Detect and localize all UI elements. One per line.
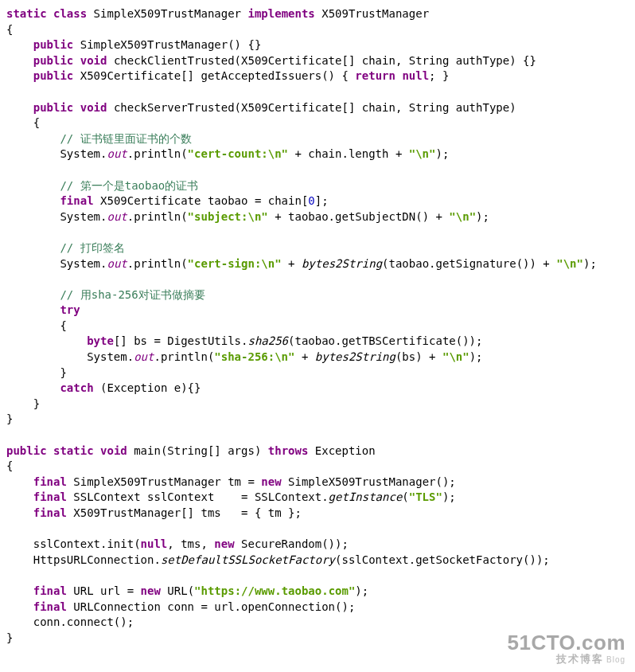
kw-final: final bbox=[60, 194, 93, 207]
kw-static: static bbox=[53, 444, 94, 457]
catch-sig: (Exception e){} bbox=[100, 381, 201, 394]
method-name: getAcceptedIssuers() bbox=[201, 69, 335, 82]
stmt-mid: .println( bbox=[154, 350, 214, 363]
string: "subject:\n" bbox=[188, 210, 268, 223]
concat: + taobao.getSubjectDN() + bbox=[268, 210, 450, 223]
string: "TLS" bbox=[409, 490, 442, 503]
method-sig: checkServerTrusted(X509Certificate[] cha… bbox=[114, 101, 516, 114]
mid: , tms, bbox=[167, 537, 214, 550]
comment: // 打印签名 bbox=[60, 241, 124, 254]
kw-new: new bbox=[261, 475, 281, 488]
kw-catch: catch bbox=[60, 381, 93, 394]
comment: // 用sha-256对证书做摘要 bbox=[60, 288, 205, 301]
kw-final: final bbox=[33, 584, 67, 597]
string: "\n" bbox=[409, 147, 436, 160]
kw-public: public bbox=[33, 54, 74, 67]
static-out: out bbox=[107, 257, 127, 270]
arg: (taobao.getSignature()) + bbox=[382, 257, 556, 270]
string: "cert-count:\n" bbox=[188, 147, 288, 160]
comment: // 证书链里面证书的个数 bbox=[60, 132, 191, 145]
tail: ); bbox=[583, 257, 597, 270]
kw-null: null bbox=[402, 69, 429, 82]
string: "sha-256:\n" bbox=[214, 350, 294, 363]
decl: X509Certificate taobao = chain[ bbox=[100, 194, 308, 207]
kw-public: public bbox=[6, 444, 47, 457]
concat: + bbox=[282, 257, 302, 270]
kw-return: return bbox=[355, 69, 395, 82]
tail: ); bbox=[435, 147, 449, 160]
cls: URL( bbox=[167, 584, 194, 597]
kw-byte: byte bbox=[87, 334, 114, 347]
stmt-head: HttpsURLConnection. bbox=[33, 553, 161, 566]
decl: URL url = bbox=[73, 584, 140, 597]
class-name: SimpleX509TrustManager bbox=[94, 7, 241, 20]
static-out: out bbox=[107, 147, 127, 160]
interface-name: X509TrustManager bbox=[321, 7, 429, 20]
stmt-mid: .println( bbox=[127, 147, 188, 160]
kw-void: void bbox=[80, 101, 107, 114]
string: "\n" bbox=[442, 350, 469, 363]
stmt-head: System. bbox=[87, 350, 134, 363]
arg: (taobao.getTBSCertificate()); bbox=[288, 334, 482, 347]
kw-void: void bbox=[100, 444, 127, 457]
string: "\n" bbox=[449, 210, 476, 223]
concat: + bbox=[294, 350, 314, 363]
main-sig: main(String[] args) bbox=[134, 444, 261, 457]
stmt-mid: .println( bbox=[127, 210, 188, 223]
static-out: out bbox=[134, 350, 154, 363]
static-fn: getInstance bbox=[329, 490, 403, 503]
tail: ); bbox=[469, 350, 483, 363]
stmt-head: System. bbox=[60, 210, 107, 223]
static-fn: setDefaultSSLSocketFactory bbox=[161, 553, 335, 566]
kw-public: public bbox=[33, 101, 74, 114]
stmt: conn.connect(); bbox=[33, 615, 134, 628]
tail: ; } bbox=[429, 69, 449, 82]
open: ( bbox=[402, 490, 408, 503]
kw-final: final bbox=[33, 506, 67, 519]
stmt-mid: .println( bbox=[127, 257, 188, 270]
string: "\n" bbox=[556, 257, 583, 270]
kw-try: try bbox=[60, 303, 80, 316]
exc: Exception bbox=[315, 444, 376, 457]
kw-final: final bbox=[33, 475, 67, 488]
tail: SimpleX509TrustManager(); bbox=[288, 475, 456, 488]
watermark-blog: Blog bbox=[606, 655, 625, 664]
kw-null: null bbox=[141, 537, 168, 550]
kw-new: new bbox=[214, 537, 234, 550]
tail: ]; bbox=[315, 194, 329, 207]
stmt-head: System. bbox=[60, 147, 107, 160]
tail: (sslContext.getSocketFactory()); bbox=[335, 553, 550, 566]
stmt-head: sslContext.init( bbox=[33, 537, 141, 550]
kw-final: final bbox=[33, 490, 67, 503]
static-fn: bytes2String bbox=[302, 257, 382, 270]
kw-public: public bbox=[33, 69, 74, 82]
method-sig: checkClientTrusted(X509Certificate[] cha… bbox=[114, 54, 536, 67]
brace: { bbox=[341, 69, 348, 82]
decl: URLConnection conn = url.openConnection(… bbox=[73, 600, 355, 613]
arg: (bs) + bbox=[395, 350, 442, 363]
concat: + chain.length + bbox=[288, 147, 409, 160]
code-block: static class SimpleX509TrustManager impl… bbox=[6, 6, 629, 646]
decl: [] bs = DigestUtils. bbox=[114, 334, 248, 347]
comment: // 第一个是taobao的证书 bbox=[60, 179, 198, 192]
decl: SSLContext sslContext = SSLContext. bbox=[73, 490, 328, 503]
tail: ); bbox=[442, 490, 456, 503]
static-fn: bytes2String bbox=[315, 350, 395, 363]
kw-class: class bbox=[53, 7, 87, 20]
tail: SecureRandom()); bbox=[241, 537, 349, 550]
kw-static: static bbox=[6, 7, 47, 20]
decl: X509TrustManager[] tms = { tm }; bbox=[73, 506, 302, 519]
static-fn: sha256 bbox=[247, 334, 288, 347]
number: 0 bbox=[308, 194, 314, 207]
kw-new: new bbox=[141, 584, 161, 597]
decl: SimpleX509TrustManager tm = bbox=[73, 475, 261, 488]
tail: ); bbox=[355, 584, 368, 597]
ctor-sig: SimpleX509TrustManager() {} bbox=[80, 38, 262, 51]
static-out: out bbox=[107, 210, 127, 223]
string: "https://www.taobao.com" bbox=[194, 584, 355, 597]
stmt-head: System. bbox=[60, 257, 107, 270]
kw-final: final bbox=[33, 600, 67, 613]
tail: ); bbox=[476, 210, 489, 223]
ret-type: X509Certificate[] bbox=[80, 69, 194, 82]
kw-throws: throws bbox=[268, 444, 309, 457]
